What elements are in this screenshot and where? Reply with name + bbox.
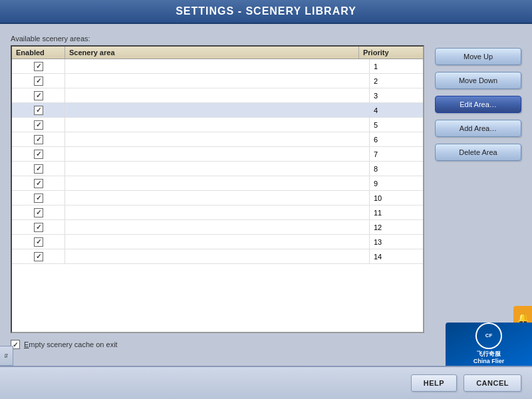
table-row[interactable]: 4 bbox=[12, 103, 423, 118]
row-area-5 bbox=[65, 118, 370, 132]
table-header: Enabled Scenery area Priority bbox=[12, 47, 423, 59]
checkbox-icon-9[interactable] bbox=[34, 179, 43, 188]
add-area-button[interactable]: Add Area… bbox=[435, 120, 521, 137]
checkbox-icon-11[interactable] bbox=[34, 208, 43, 217]
row-checkbox-13[interactable] bbox=[12, 235, 65, 249]
edit-area-button[interactable]: Edit Area… bbox=[435, 96, 521, 113]
row-area-2 bbox=[65, 74, 370, 88]
watermark-text: 飞行奇服China Flier bbox=[473, 350, 505, 366]
row-area-13 bbox=[65, 235, 370, 249]
row-priority-1: 1 bbox=[370, 59, 423, 73]
col-header-area: Scenery area bbox=[65, 47, 359, 59]
table-row[interactable]: 7 bbox=[12, 147, 423, 162]
row-priority-13: 13 bbox=[370, 235, 423, 249]
checkbox-icon-3[interactable] bbox=[34, 91, 43, 100]
row-priority-14: 14 bbox=[370, 249, 423, 263]
checkbox-icon-10[interactable] bbox=[34, 194, 43, 203]
table-row[interactable]: 1 bbox=[12, 59, 423, 74]
table-row[interactable]: 10 bbox=[12, 191, 423, 205]
col-header-enabled: Enabled bbox=[12, 47, 65, 59]
cache-row: Empty scenery cache on exit bbox=[11, 340, 424, 349]
row-checkbox-8[interactable] bbox=[12, 162, 65, 176]
checkbox-icon-6[interactable] bbox=[34, 135, 43, 144]
row-area-14 bbox=[65, 249, 370, 263]
row-priority-5: 5 bbox=[370, 118, 423, 132]
table-row[interactable]: 11 bbox=[12, 205, 423, 220]
checkbox-icon-13[interactable] bbox=[34, 237, 43, 247]
row-area-12 bbox=[65, 220, 370, 234]
table-row[interactable]: 5 bbox=[12, 118, 423, 132]
row-priority-8: 8 bbox=[370, 162, 423, 176]
available-label: Available scenery areas: bbox=[11, 35, 424, 43]
page-title: SETTINGS - SCENERY LIBRARY bbox=[176, 5, 356, 17]
row-checkbox-12[interactable] bbox=[12, 220, 65, 234]
table-row[interactable]: 8 bbox=[12, 162, 423, 176]
checkbox-icon-1[interactable] bbox=[34, 62, 43, 71]
row-area-7 bbox=[65, 147, 370, 161]
table-row[interactable]: 14 bbox=[12, 249, 423, 264]
row-checkbox-4[interactable] bbox=[12, 103, 65, 117]
checkbox-icon-7[interactable] bbox=[34, 150, 43, 159]
table-row[interactable]: 3 bbox=[12, 88, 423, 103]
row-priority-9: 9 bbox=[370, 176, 423, 190]
scenery-table: Enabled Scenery area Priority 1 2 bbox=[11, 45, 424, 333]
delete-area-button[interactable]: Delete Area bbox=[435, 144, 521, 161]
row-area-3 bbox=[65, 88, 370, 102]
row-priority-12: 12 bbox=[370, 220, 423, 234]
row-priority-11: 11 bbox=[370, 205, 423, 219]
row-priority-4: 4 bbox=[370, 103, 423, 117]
row-checkbox-14[interactable] bbox=[12, 249, 65, 263]
row-area-4 bbox=[65, 103, 370, 117]
watermark: CF 飞行奇服China Flier bbox=[446, 323, 532, 366]
checkbox-icon-2[interactable] bbox=[34, 76, 43, 86]
table-row[interactable]: 6 bbox=[12, 132, 423, 147]
checkbox-icon-8[interactable] bbox=[34, 164, 43, 174]
table-row[interactable]: 13 bbox=[12, 235, 423, 249]
right-panel: Move Up Move Down Edit Area… Add Area… D… bbox=[435, 35, 521, 349]
row-area-11 bbox=[65, 205, 370, 219]
row-priority-3: 3 bbox=[370, 88, 423, 102]
checkbox-icon-5[interactable] bbox=[34, 120, 43, 130]
move-down-button[interactable]: Move Down bbox=[435, 72, 521, 89]
checkbox-icon-14[interactable] bbox=[34, 252, 43, 261]
row-checkbox-3[interactable] bbox=[12, 88, 65, 102]
row-checkbox-11[interactable] bbox=[12, 205, 65, 219]
left-tab[interactable]: ts bbox=[0, 346, 13, 366]
row-priority-7: 7 bbox=[370, 147, 423, 161]
help-button[interactable]: HELP bbox=[411, 374, 457, 392]
row-checkbox-10[interactable] bbox=[12, 191, 65, 205]
col-header-priority: Priority bbox=[359, 47, 412, 59]
left-panel: Available scenery areas: Enabled Scenery… bbox=[11, 35, 424, 349]
table-row[interactable]: 2 bbox=[12, 74, 423, 88]
table-row[interactable]: 12 bbox=[12, 220, 423, 235]
row-priority-2: 2 bbox=[370, 74, 423, 88]
checkbox-icon-4[interactable] bbox=[34, 106, 43, 115]
table-row[interactable]: 9 bbox=[12, 176, 423, 191]
row-priority-6: 6 bbox=[370, 132, 423, 146]
title-bar: SETTINGS - SCENERY LIBRARY bbox=[0, 0, 532, 24]
table-body[interactable]: 1 2 3 4 5 bbox=[12, 59, 423, 332]
row-area-1 bbox=[65, 59, 370, 73]
row-checkbox-2[interactable] bbox=[12, 74, 65, 88]
row-priority-10: 10 bbox=[370, 191, 423, 205]
row-checkbox-7[interactable] bbox=[12, 147, 65, 161]
row-area-9 bbox=[65, 176, 370, 190]
row-checkbox-1[interactable] bbox=[12, 59, 65, 73]
checkbox-icon-12[interactable] bbox=[34, 223, 43, 232]
row-area-10 bbox=[65, 191, 370, 205]
row-checkbox-5[interactable] bbox=[12, 118, 65, 132]
main-content: Available scenery areas: Enabled Scenery… bbox=[0, 24, 532, 360]
move-up-button[interactable]: Move Up bbox=[435, 48, 521, 65]
row-area-8 bbox=[65, 162, 370, 176]
row-checkbox-9[interactable] bbox=[12, 176, 65, 190]
row-area-6 bbox=[65, 132, 370, 146]
row-checkbox-6[interactable] bbox=[12, 132, 65, 146]
bottom-bar: HELP CANCEL bbox=[0, 366, 532, 399]
cache-label: Empty scenery cache on exit bbox=[24, 340, 118, 348]
cancel-button[interactable]: CANCEL bbox=[464, 374, 521, 392]
